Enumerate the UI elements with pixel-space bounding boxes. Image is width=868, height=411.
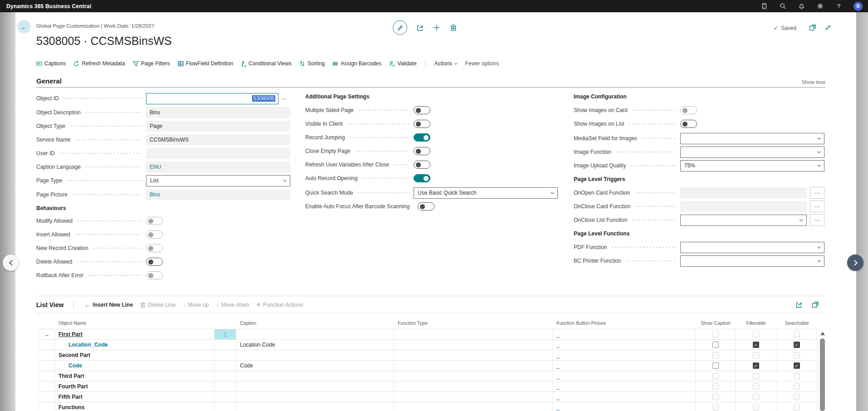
insert-new-line-button[interactable]: ←Insert New Line: [84, 302, 133, 308]
mediaset-combobox[interactable]: [680, 133, 824, 144]
caption-language-value[interactable]: ENU: [146, 161, 290, 172]
help-icon[interactable]: ?: [835, 2, 843, 10]
collapse-view-button[interactable]: [824, 24, 832, 32]
rollback-after-error-toggle[interactable]: [146, 271, 163, 279]
column-header-show-caption[interactable]: Show Caption: [696, 320, 736, 326]
searchable-checkbox[interactable]: [794, 362, 800, 369]
image-upload-quality-combobox[interactable]: 75%: [680, 160, 824, 171]
delete-record-button[interactable]: [450, 24, 458, 32]
function-button-picture-link[interactable]: _: [553, 340, 696, 350]
action-fewer-options[interactable]: Fewer options: [465, 60, 499, 67]
column-header-function-type[interactable]: Function Type: [394, 320, 553, 326]
function-type-cell[interactable]: [394, 392, 553, 402]
function-actions-button[interactable]: Function Actions: [256, 302, 303, 308]
auto-record-opening-toggle[interactable]: [414, 174, 430, 182]
show-images-on-list-toggle[interactable]: [680, 120, 697, 128]
onclose-list-function-combobox[interactable]: [680, 215, 807, 226]
object-name-link[interactable]: Second Part: [59, 352, 90, 358]
edit-mode-button[interactable]: [393, 20, 407, 35]
pdf-function-combobox[interactable]: [680, 242, 824, 253]
show-caption-checkbox[interactable]: [712, 362, 719, 369]
notifications-bell-icon[interactable]: [798, 2, 805, 10]
filterable-checkbox[interactable]: [753, 352, 759, 358]
function-type-cell[interactable]: [394, 371, 553, 381]
caption-cell[interactable]: [236, 371, 394, 381]
show-caption-checkbox[interactable]: [712, 342, 719, 348]
move-down-button[interactable]: ↓Move down: [216, 302, 249, 308]
settings-gear-icon[interactable]: [816, 2, 824, 10]
onclose-card-assist-edit-button[interactable]: ⋯: [810, 201, 824, 212]
quick-search-mode-combobox[interactable]: Use Basic Quick Search: [414, 187, 558, 199]
share-button[interactable]: [416, 24, 424, 32]
searchable-checkbox[interactable]: [794, 352, 800, 358]
new-record-creation-toggle[interactable]: [146, 244, 163, 252]
scrollbar-thumb[interactable]: [820, 338, 825, 411]
searchable-checkbox[interactable]: [794, 342, 800, 348]
caption-cell[interactable]: [236, 329, 394, 339]
searchable-checkbox[interactable]: [794, 331, 800, 338]
action-sorting[interactable]: Sorting: [299, 60, 325, 67]
column-header-object-name[interactable]: Object Name: [55, 320, 215, 326]
new-record-button[interactable]: [433, 24, 441, 32]
column-header-filterable[interactable]: Filterable: [736, 320, 776, 326]
filterable-checkbox[interactable]: [753, 342, 759, 348]
onclose-list-assist-edit-button[interactable]: ⋯: [810, 214, 824, 226]
modify-allowed-toggle[interactable]: [146, 217, 163, 225]
show-caption-checkbox[interactable]: [712, 373, 719, 379]
function-button-picture-link[interactable]: _: [553, 350, 696, 360]
object-name-link[interactable]: Fifth Part: [59, 394, 83, 400]
searchable-checkbox[interactable]: [794, 394, 800, 400]
action-refresh-metadata[interactable]: Refresh Metadata: [73, 60, 125, 67]
auto-focus-barcode-toggle[interactable]: [418, 202, 434, 210]
caption-cell[interactable]: [236, 382, 394, 391]
caption-cell[interactable]: [236, 402, 394, 411]
record-jumping-toggle[interactable]: [414, 133, 430, 142]
object-name-link[interactable]: Fourth Part: [59, 383, 88, 390]
page-type-combobox[interactable]: List: [146, 175, 290, 186]
image-function-combobox[interactable]: [680, 147, 824, 158]
show-caption-checkbox[interactable]: [712, 394, 719, 400]
searchable-checkbox[interactable]: [794, 383, 800, 390]
insert-allowed-toggle[interactable]: [146, 230, 163, 239]
close-empty-page-toggle[interactable]: [414, 147, 430, 155]
open-in-new-window-button[interactable]: [809, 24, 817, 32]
caption-cell[interactable]: Code: [236, 361, 394, 371]
object-name-link[interactable]: Code: [59, 362, 82, 369]
function-button-picture-link[interactable]: _: [553, 382, 696, 391]
delete-allowed-toggle[interactable]: [146, 258, 163, 266]
dynamics-pages-icon[interactable]: [761, 2, 768, 10]
open-in-new-icon[interactable]: [812, 301, 819, 308]
row-options-button[interactable]: ⋮: [223, 331, 228, 338]
next-record-button[interactable]: [847, 254, 863, 271]
filterable-checkbox[interactable]: [753, 362, 759, 369]
function-type-cell[interactable]: [394, 382, 553, 391]
function-type-cell[interactable]: [394, 329, 553, 339]
column-header-searchable[interactable]: Searchable: [776, 320, 817, 326]
show-caption-checkbox[interactable]: [712, 352, 719, 358]
object-id-input[interactable]: 5308005: [146, 93, 278, 104]
function-button-picture-link[interactable]: _: [553, 329, 696, 339]
page-picture-value[interactable]: Bins: [146, 189, 290, 200]
function-type-cell[interactable]: [394, 340, 553, 350]
show-images-on-card-toggle[interactable]: [680, 106, 697, 114]
function-type-cell[interactable]: [394, 361, 553, 371]
caption-cell[interactable]: Location Code: [236, 340, 394, 350]
object-name-link[interactable]: Third Part: [59, 373, 84, 379]
action-assign-barcodes[interactable]: Assign Barcodes: [332, 60, 381, 67]
searchable-checkbox[interactable]: [794, 373, 800, 379]
share-icon[interactable]: [795, 301, 803, 308]
show-caption-checkbox[interactable]: [712, 383, 719, 390]
object-name-link[interactable]: Functions: [59, 404, 84, 411]
previous-record-button[interactable]: [3, 254, 19, 271]
refresh-user-variables-toggle[interactable]: [414, 161, 430, 169]
function-button-picture-link[interactable]: _: [553, 361, 696, 371]
function-button-picture-link[interactable]: _: [553, 392, 696, 402]
filterable-checkbox[interactable]: [753, 383, 759, 390]
function-button-picture-link[interactable]: _: [553, 371, 696, 381]
object-id-assist-edit-button[interactable]: ⋯: [278, 95, 290, 102]
show-caption-checkbox[interactable]: [712, 404, 719, 411]
search-icon[interactable]: [779, 2, 787, 10]
back-button[interactable]: ←: [17, 20, 31, 34]
onopen-assist-edit-button[interactable]: ⋯: [810, 187, 824, 199]
function-type-cell[interactable]: [394, 402, 553, 411]
